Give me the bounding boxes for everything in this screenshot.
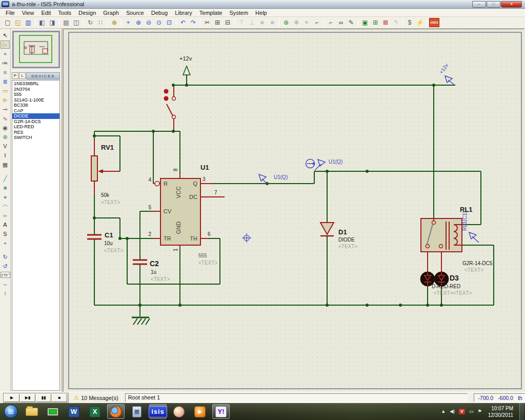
menu-debug[interactable]: Debug (148, 9, 171, 16)
step-button[interactable]: ▶▮ (20, 394, 35, 402)
component-mode-button[interactable]: ▷ (1, 41, 10, 49)
false-origin-button[interactable]: ⊕ (110, 18, 119, 27)
component-d1[interactable]: D1 DIODE <TEXT> (320, 223, 357, 249)
import-section-button[interactable]: ◧ (37, 18, 47, 27)
restore-button[interactable]: □ (487, 1, 500, 8)
taskbar-clock[interactable]: 10:07 PM 12/30/2011 (486, 405, 515, 418)
antivirus-icon[interactable]: V (459, 409, 465, 414)
design-explorer-button[interactable]: ▣ (360, 18, 370, 27)
voltage-probe-mode-button[interactable]: V (1, 142, 10, 150)
component-rv1[interactable]: RV1 50k <TEXT> (91, 144, 120, 205)
mirror-horizontal-button[interactable]: ↔ (1, 279, 10, 288)
zoom-in-button[interactable]: ⊕ (134, 18, 143, 27)
component-led-d3[interactable] (434, 272, 449, 286)
rotate-anticlockwise-button[interactable]: ↺ (1, 262, 10, 270)
graph-mode-button[interactable]: ∿ (1, 114, 10, 123)
2d-box-mode-button[interactable]: ■ (1, 184, 10, 192)
component-c2[interactable]: C2 1u <TEXT> (133, 259, 170, 282)
component-u1-555[interactable]: R CV TR Q DC TH VCC GND 4 5 2 3 7 6 8 1 … (148, 164, 217, 266)
device-item-diode[interactable]: DIODE (12, 113, 59, 119)
pick-device-button[interactable]: ⊛ (281, 18, 291, 27)
new-file-button[interactable]: ▢ (3, 18, 12, 27)
menu-system[interactable]: System (226, 9, 252, 16)
device-item-switch[interactable]: SWITCH (12, 135, 59, 141)
save-file-button[interactable]: ▥ (24, 18, 33, 27)
2d-marker-mode-button[interactable]: + (1, 239, 10, 247)
component-c1[interactable]: C1 10u <TEXT> (87, 231, 123, 253)
play-button[interactable]: ▶ (4, 394, 19, 402)
mirror-vertical-button[interactable]: ↕ (1, 289, 10, 297)
subcircuit-mode-button[interactable]: ▭ (1, 87, 10, 95)
menu-source[interactable]: Source (123, 9, 148, 16)
overview-window[interactable] (12, 31, 60, 68)
close-button[interactable]: × (501, 1, 522, 8)
menu-help[interactable]: Help (252, 9, 271, 16)
junction-dot-mode-button[interactable]: + (1, 50, 10, 58)
title-bar[interactable]: ISIS a-thu-role - ISIS Professional –□× (0, 0, 525, 9)
taskbar-start-button[interactable]: ⊞ (2, 404, 19, 419)
virtual-instruments-mode-button[interactable]: ▦ (1, 161, 10, 169)
schematic-canvas[interactable]: +12v RV1 5 (64, 29, 524, 392)
menu-graph[interactable]: Graph (99, 9, 123, 16)
device-item-cap[interactable]: CAP (12, 108, 59, 114)
show-desktop-button[interactable] (519, 403, 524, 420)
taskbar-paint[interactable] (170, 404, 188, 419)
taskbar-computer[interactable] (44, 404, 62, 419)
2d-circle-mode-button[interactable]: ● (1, 193, 10, 201)
open-file-button[interactable]: ◱ (13, 18, 23, 27)
switch-toggle-up-icon[interactable] (164, 89, 169, 94)
menu-design[interactable]: Design (75, 9, 99, 16)
decompose-button[interactable]: ⌐ (312, 18, 321, 27)
remove-sheet-button[interactable]: ⊠ (381, 18, 390, 27)
device-item-3214g-1-100e[interactable]: 3214G-1-100E (12, 97, 59, 103)
power-terminal-12v[interactable]: +12v (179, 55, 192, 75)
text-script-mode-button[interactable]: ≡ (1, 68, 10, 76)
generator-mode-button[interactable]: ⊛ (1, 133, 10, 141)
q-voltage-probe[interactable]: U1(Q) (259, 174, 288, 184)
taskbar-yahoo-messenger[interactable]: Y! (212, 404, 230, 419)
property-assignment-button[interactable]: ✎ (347, 18, 356, 27)
relay-coil-probe[interactable]: RL1(C1) (462, 211, 479, 243)
bus-mode-button[interactable]: ≣ (1, 77, 10, 86)
menu-edit[interactable]: Edit (37, 9, 54, 16)
paste-button[interactable]: ⊟ (223, 18, 232, 27)
message-status[interactable]: ⚠ 10 Message(s) (74, 394, 118, 401)
search-tag-button[interactable]: ∞ (336, 18, 346, 27)
device-item-res[interactable]: RES (12, 130, 59, 135)
netlist-to-ares-button[interactable]: ARES (429, 18, 439, 27)
wire-autorouter-button[interactable]: ⌐ (326, 18, 335, 27)
device-item-led-red[interactable]: LED-RED (12, 124, 59, 130)
redraw-button[interactable]: ↻ (86, 18, 95, 27)
volume-icon[interactable]: ◀) (450, 409, 455, 414)
tape-recorder-mode-button[interactable]: ◉ (1, 124, 10, 132)
taskbar-isis[interactable]: isis (149, 404, 167, 419)
selection-mode-button[interactable]: ↖ (1, 31, 10, 39)
electrical-rules-check-button[interactable]: ⚡ (415, 18, 425, 27)
taskbar-explorer[interactable] (23, 404, 41, 419)
cut-button[interactable]: ✂ (203, 18, 212, 27)
print-button[interactable]: ▤ (62, 18, 71, 27)
taskbar-word[interactable]: W (65, 404, 83, 419)
zoom-out-button[interactable]: ⊖ (144, 18, 153, 27)
menu-file[interactable]: File (2, 9, 18, 16)
2d-path-mode-button[interactable]: ∞ (1, 211, 10, 219)
center-at-cursor-button[interactable]: + (124, 18, 133, 27)
new-sheet-button[interactable]: ⊞ (371, 18, 380, 27)
supply-voltage-probe[interactable]: +12v (438, 63, 455, 85)
switch-toggle-down-icon[interactable] (164, 96, 169, 101)
minimize-button[interactable]: – (472, 1, 486, 8)
undo-button[interactable]: ↶ (178, 18, 188, 27)
taskbar-firefox[interactable] (107, 404, 125, 419)
copy-button[interactable]: ⊞ (213, 18, 222, 27)
ground-symbol[interactable] (132, 317, 150, 325)
menu-library[interactable]: Library (171, 9, 196, 16)
device-item-1n5338brl[interactable]: 1N5338BRL (12, 81, 59, 87)
current-probe-mode-button[interactable]: I (1, 151, 10, 159)
q-current-probe[interactable]: U1(Q) (306, 159, 343, 170)
redo-button[interactable]: ↷ (189, 18, 198, 27)
device-item-555[interactable]: 555 (12, 92, 59, 97)
device-item-bc338[interactable]: BC338 (12, 103, 59, 108)
menu-view[interactable]: View (18, 9, 38, 16)
wire-label-mode-button[interactable]: LBL (1, 59, 10, 67)
device-item-2n3704[interactable]: 2N3704 (12, 87, 59, 92)
